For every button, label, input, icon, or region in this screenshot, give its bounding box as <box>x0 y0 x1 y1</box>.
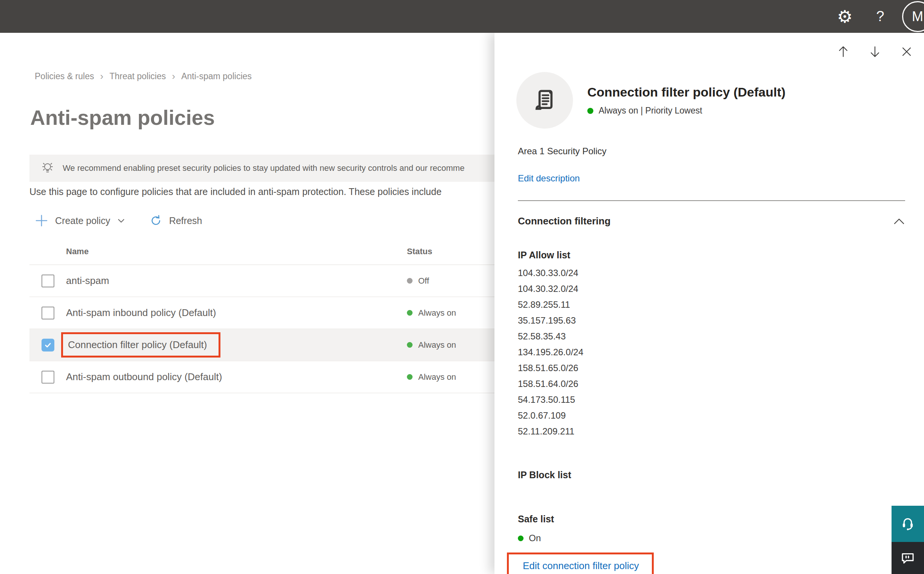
status-dot-on <box>407 310 413 316</box>
ip-block-list-heading: IP Block list <box>518 470 905 481</box>
headset-icon <box>899 516 916 532</box>
ip-entry: 54.173.50.115 <box>518 392 905 408</box>
flyout-nav <box>835 43 915 60</box>
edit-description-link[interactable]: Edit description <box>518 173 905 184</box>
ip-allow-list-heading: IP Allow list <box>518 250 905 260</box>
next-item-arrow-down-icon[interactable] <box>867 43 883 60</box>
status-cell: Always on <box>407 372 456 382</box>
section-title: Connection filtering <box>518 215 611 227</box>
plus-icon <box>35 214 48 227</box>
feedback-chat-icon <box>899 549 916 567</box>
flyout-status: Always on | Priority Lowest <box>587 106 785 116</box>
chevron-up-icon[interactable] <box>893 218 905 225</box>
row-checkbox[interactable] <box>41 371 54 383</box>
ip-entry: 104.30.32.0/24 <box>518 281 905 297</box>
status-cell: Always on <box>407 340 456 350</box>
banner-text: We recommend enabling preset security po… <box>63 163 465 173</box>
ip-entry: 52.89.255.11 <box>518 297 905 313</box>
refresh-label: Refresh <box>169 215 202 226</box>
status-label: Always on <box>418 340 456 350</box>
safe-list-status: On <box>518 533 905 544</box>
previous-item-arrow-up-icon[interactable] <box>835 43 851 60</box>
row-checkbox[interactable] <box>41 274 54 287</box>
flyout-status-label: Always on | Priority Lowest <box>599 106 702 116</box>
status-dot-off <box>407 278 413 284</box>
policy-details-flyout: Connection filter policy (Default) Alway… <box>494 33 924 574</box>
policy-name-link[interactable]: Anti-spam outbound policy (Default) <box>66 371 222 383</box>
ip-entry: 104.30.33.0/24 <box>518 265 905 281</box>
policy-name-link[interactable]: Anti-spam inbound policy (Default) <box>66 307 216 319</box>
policy-name-link[interactable]: anti-spam <box>66 275 109 287</box>
breadcrumb-separator-icon: › <box>172 71 175 82</box>
status-cell: Off <box>407 276 429 286</box>
row-checkbox-checked[interactable] <box>41 339 54 352</box>
safe-list-status-label: On <box>529 533 541 544</box>
connection-filtering-section-header[interactable]: Connection filtering <box>518 215 905 227</box>
edit-connection-filter-policy-link[interactable]: Edit connection filter policy <box>523 560 639 571</box>
status-label: Always on <box>418 308 456 318</box>
edit-connection-filter-policy-highlight-box: Edit connection filter policy <box>507 552 654 574</box>
ip-entry: 52.58.35.43 <box>518 328 905 344</box>
status-cell: Always on <box>407 308 456 318</box>
policy-scroll-icon <box>516 72 573 129</box>
ip-entry: 158.51.65.0/26 <box>518 360 905 376</box>
ip-entry: 52.11.209.211 <box>518 424 905 439</box>
status-dot-on <box>518 536 524 541</box>
divider <box>518 200 905 201</box>
status-label: Always on <box>418 372 456 382</box>
top-app-bar: ⚙ ? M <box>0 0 924 33</box>
breadcrumb-policies-rules[interactable]: Policies & rules <box>35 71 94 82</box>
safe-list-heading: Safe list <box>518 514 905 525</box>
status-label: Off <box>418 276 429 286</box>
close-icon[interactable] <box>898 43 915 60</box>
refresh-button[interactable]: Refresh <box>149 214 202 227</box>
support-headset-button[interactable] <box>892 506 924 542</box>
settings-gear-icon[interactable]: ⚙ <box>836 6 854 27</box>
policy-description: Area 1 Security Policy <box>518 146 905 156</box>
breadcrumb-threat-policies[interactable]: Threat policies <box>109 71 166 82</box>
help-icon[interactable]: ? <box>875 8 886 25</box>
create-policy-button[interactable]: Create policy <box>35 214 126 227</box>
row-checkbox[interactable] <box>41 307 54 319</box>
chevron-down-icon <box>116 216 126 226</box>
support-widgets <box>892 506 924 574</box>
breadcrumb-anti-spam-policies[interactable]: Anti-spam policies <box>181 71 252 82</box>
ip-entry: 52.0.67.109 <box>518 408 905 424</box>
ip-entry: 134.195.26.0/24 <box>518 344 905 360</box>
feedback-button[interactable] <box>892 542 924 574</box>
policy-name-link-highlighted[interactable]: Connection filter policy (Default) <box>61 332 220 358</box>
ip-entry: 35.157.195.63 <box>518 313 905 328</box>
lightbulb-icon <box>40 161 55 176</box>
flyout-header: Connection filter policy (Default) Alway… <box>516 72 905 129</box>
flyout-header-text: Connection filter policy (Default) Alway… <box>587 85 785 116</box>
create-policy-label: Create policy <box>55 215 110 226</box>
ip-entry: 158.51.64.0/26 <box>518 376 905 392</box>
account-avatar[interactable]: M <box>902 1 924 32</box>
column-header-status[interactable]: Status <box>407 247 432 257</box>
status-dot-on <box>407 374 413 380</box>
breadcrumb-separator-icon: › <box>100 71 103 82</box>
status-dot-on <box>587 108 593 114</box>
ip-allow-list: 104.30.33.0/24 104.30.32.0/24 52.89.255.… <box>518 265 905 439</box>
column-header-name[interactable]: Name <box>66 247 89 257</box>
status-dot-on <box>407 342 413 348</box>
flyout-title: Connection filter policy (Default) <box>587 85 785 99</box>
refresh-icon <box>149 214 162 227</box>
